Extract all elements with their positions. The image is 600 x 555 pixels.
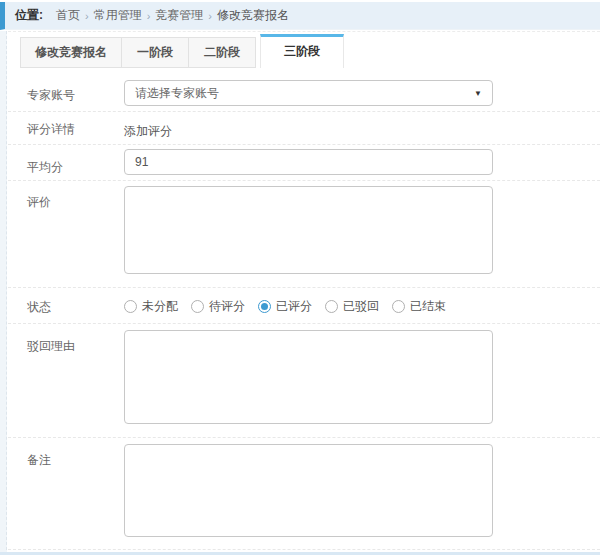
tab-stage-three[interactable]: 三阶段 bbox=[260, 34, 344, 68]
remark-row: 备注 bbox=[8, 438, 600, 550]
breadcrumb-common-management[interactable]: 常用管理 bbox=[94, 7, 142, 24]
expert-account-select[interactable]: 请选择专家账号 ▼ bbox=[124, 80, 493, 106]
breadcrumb-separator: › bbox=[208, 10, 212, 22]
breadcrumb-home[interactable]: 首页 bbox=[56, 7, 80, 24]
expert-account-placeholder: 请选择专家账号 bbox=[135, 85, 219, 102]
page: 位置: 首页 › 常用管理 › 竞赛管理 › 修改竞赛报名 修改竞赛报名 一阶段… bbox=[0, 0, 600, 555]
score-detail-label: 评分详情 bbox=[27, 121, 124, 138]
remark-textarea[interactable] bbox=[124, 444, 493, 537]
status-option-label: 待评分 bbox=[209, 298, 245, 315]
status-option-rejected[interactable]: 已驳回 bbox=[325, 298, 379, 315]
average-score-row: 平均分 bbox=[8, 145, 600, 181]
radio-unchecked-icon bbox=[191, 300, 204, 313]
evaluation-row: 评价 bbox=[8, 181, 600, 288]
radio-unchecked-icon bbox=[124, 300, 137, 313]
tab-stage-two[interactable]: 二阶段 bbox=[189, 37, 256, 68]
status-option-scored[interactable]: 已评分 bbox=[258, 298, 312, 315]
status-radio-group: 未分配 待评分 已评分 已驳回 已结束 bbox=[124, 298, 493, 315]
breadcrumb-current-page: 修改竞赛报名 bbox=[217, 7, 289, 24]
evaluation-textarea[interactable] bbox=[124, 186, 493, 274]
breadcrumb: 位置: 首页 › 常用管理 › 竞赛管理 › 修改竞赛报名 bbox=[0, 2, 600, 30]
status-row: 状态 未分配 待评分 已评分 已驳回 bbox=[8, 288, 600, 324]
status-option-label: 已结束 bbox=[410, 298, 446, 315]
breadcrumb-separator: › bbox=[147, 10, 151, 22]
status-option-unassigned[interactable]: 未分配 bbox=[124, 298, 178, 315]
add-score-link[interactable]: 添加评分 bbox=[124, 124, 172, 138]
expert-account-label: 专家账号 bbox=[27, 80, 124, 104]
chevron-down-icon: ▼ bbox=[474, 89, 482, 98]
tab-bar: 修改竞赛报名 一阶段 二阶段 三阶段 bbox=[20, 34, 344, 68]
status-label: 状态 bbox=[27, 298, 124, 316]
radio-checked-icon bbox=[258, 300, 271, 313]
reject-reason-label: 驳回理由 bbox=[27, 330, 124, 355]
remark-label: 备注 bbox=[27, 444, 124, 469]
average-score-label: 平均分 bbox=[27, 149, 124, 176]
reject-reason-textarea[interactable] bbox=[124, 330, 493, 424]
status-option-finished[interactable]: 已结束 bbox=[392, 298, 446, 315]
radio-unchecked-icon bbox=[392, 300, 405, 313]
evaluation-label: 评价 bbox=[27, 186, 124, 211]
sidebar-edge-strip bbox=[0, 31, 7, 555]
header-divider bbox=[8, 31, 600, 32]
radio-unchecked-icon bbox=[325, 300, 338, 313]
breadcrumb-competition-management[interactable]: 竞赛管理 bbox=[155, 7, 203, 24]
average-score-input[interactable] bbox=[124, 149, 493, 175]
tab-stage-one[interactable]: 一阶段 bbox=[122, 37, 189, 68]
reject-reason-row: 驳回理由 bbox=[8, 324, 600, 438]
score-detail-row: 评分详情 添加评分 bbox=[8, 112, 600, 145]
stage-three-form: 专家账号 请选择专家账号 ▼ 评分详情 添加评分 平均分 评价 bbox=[8, 68, 600, 555]
breadcrumb-label: 位置: bbox=[15, 7, 43, 24]
tab-edit-registration[interactable]: 修改竞赛报名 bbox=[20, 37, 122, 68]
status-option-label: 已驳回 bbox=[343, 298, 379, 315]
status-option-label: 已评分 bbox=[276, 298, 312, 315]
status-option-pending-score[interactable]: 待评分 bbox=[191, 298, 245, 315]
expert-account-row: 专家账号 请选择专家账号 ▼ bbox=[8, 68, 600, 112]
breadcrumb-separator: › bbox=[85, 10, 89, 22]
status-option-label: 未分配 bbox=[142, 298, 178, 315]
